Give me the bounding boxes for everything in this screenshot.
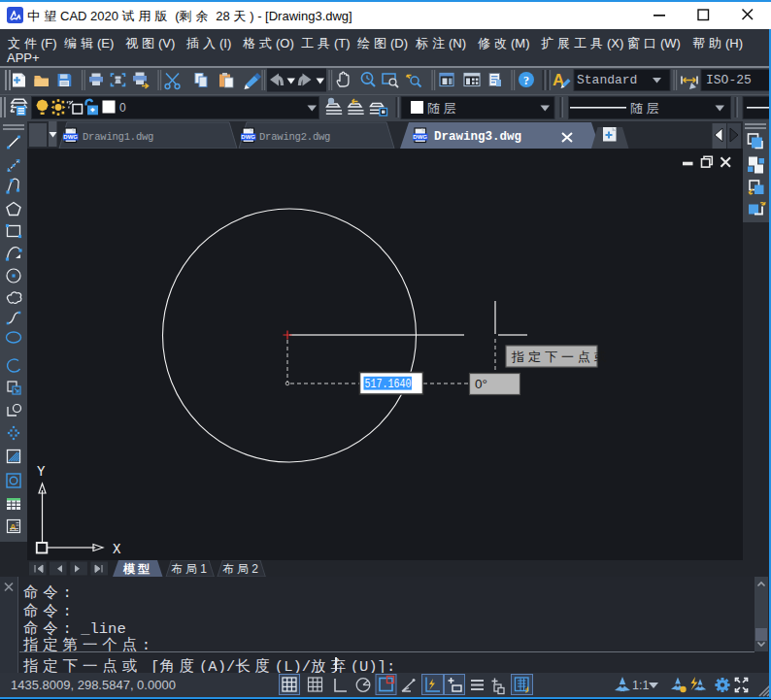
svg-text:?: ? bbox=[523, 74, 529, 87]
svg-text:Y: Y bbox=[37, 464, 46, 480]
svg-text:Drawing2.dwg: Drawing2.dwg bbox=[259, 131, 330, 143]
svg-text:布局2: 布局2 bbox=[222, 562, 261, 576]
svg-text:DWG: DWG bbox=[241, 134, 255, 140]
svg-text:随层: 随层 bbox=[427, 101, 459, 116]
svg-text:517.1640: 517.1640 bbox=[365, 378, 412, 391]
svg-text:X: X bbox=[113, 542, 121, 557]
svg-text:DWG: DWG bbox=[63, 134, 78, 140]
svg-text:随层: 随层 bbox=[630, 101, 662, 116]
svg-text:模型: 模型 bbox=[122, 562, 152, 576]
svg-text:1:1: 1:1 bbox=[632, 679, 649, 692]
svg-text:Drawing1.dwg: Drawing1.dwg bbox=[83, 131, 153, 143]
svg-text:0°: 0° bbox=[475, 377, 487, 391]
svg-text:Standard: Standard bbox=[577, 73, 637, 87]
svg-text:Drawing3.dwg: Drawing3.dwg bbox=[434, 130, 521, 144]
svg-text:DWG: DWG bbox=[413, 134, 427, 140]
svg-text:布局1: 布局1 bbox=[171, 562, 210, 576]
svg-text:0: 0 bbox=[119, 101, 126, 115]
svg-text:ISO-25: ISO-25 bbox=[706, 73, 752, 87]
svg-text:1435.8009, 298.5847, 0.0000: 1435.8009, 298.5847, 0.0000 bbox=[11, 678, 176, 692]
svg-text:指定下一点或: 指定下一点或 bbox=[511, 350, 611, 364]
